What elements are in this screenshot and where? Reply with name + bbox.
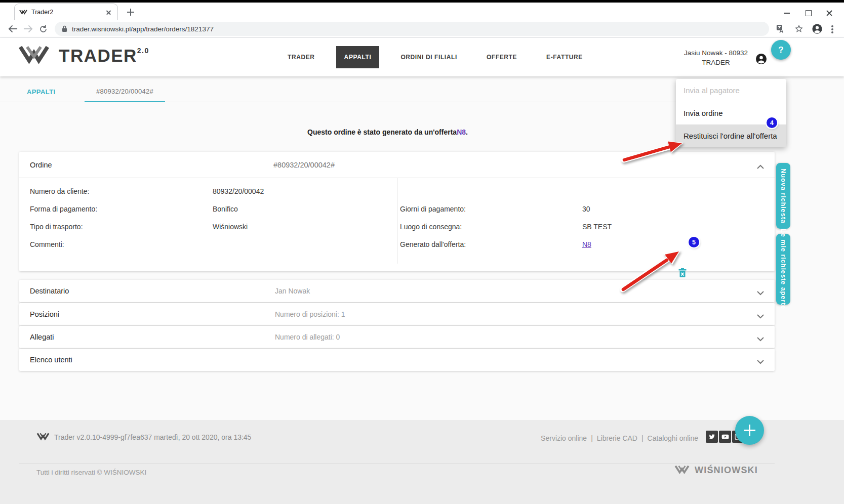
app-logo[interactable]: TRADER2.0 [18, 44, 149, 67]
notice-text: Questo ordine è stato generato da un'off… [307, 128, 457, 136]
back-icon[interactable] [5, 22, 20, 36]
footer-brand-name: WIŚNIOWSKI [695, 465, 758, 476]
main-nav: TRADER APPALTI ORDINI DI FILIALI OFFERTE… [279, 38, 591, 76]
footer-link-servizio-online[interactable]: Servizio online [541, 434, 587, 442]
chevron-up-icon[interactable] [756, 162, 765, 172]
order-card-subtitle: #80932/20/00042# [273, 161, 335, 169]
tab-current-order[interactable]: #80932/20/00042# [85, 81, 165, 102]
reload-icon[interactable] [35, 22, 51, 36]
account-icon[interactable] [755, 53, 767, 67]
user-name: Jasiu Nowak - 80932 [684, 49, 748, 57]
browser-url-bar: trader.wisniowski.pl/app/trader/orders/1… [0, 20, 844, 38]
browser-menu-icon[interactable] [828, 24, 837, 33]
field-commenti: Commenti: [30, 235, 384, 253]
footer-links: Servizio online|Librerie CAD|Cataloghi o… [541, 434, 698, 442]
window-controls [776, 5, 840, 20]
bookmark-star-icon[interactable] [791, 22, 807, 36]
field-tipo-di-trasporto: Tipo di trasporto: Wiśniowski [30, 218, 384, 235]
browser-tab-bar: Trader2 [0, 3, 844, 20]
add-fab-button[interactable] [735, 416, 764, 445]
minimize-icon[interactable] [776, 5, 797, 20]
browser-profile-icon[interactable] [810, 22, 825, 36]
urlbar-actions [773, 22, 839, 36]
new-request-side-button[interactable]: Nuova richiesta [776, 163, 790, 229]
order-card-title: Ordine [30, 161, 52, 169]
maximize-icon[interactable] [797, 5, 819, 20]
field-generato-dall-offerta: Generato dall'offerta: N8 [400, 235, 765, 253]
tab-close-icon[interactable] [104, 8, 113, 17]
delete-offer-link-button[interactable] [677, 268, 688, 278]
browser-tab[interactable]: Trader2 [14, 4, 118, 20]
new-tab-button[interactable] [126, 7, 136, 17]
field-label: Numero da cliente: [30, 187, 213, 195]
my-open-requests-side-button[interactable]: Le mie richieste aperte [776, 234, 790, 305]
section-allegati[interactable]: Allegati Numero di allegati: 0 [19, 326, 775, 348]
section-destinatario[interactable]: Destinatario Jan Nowak [19, 280, 775, 302]
favicon-wisniowski-icon [19, 9, 27, 16]
lock-icon [62, 25, 67, 32]
field-value: 30 [582, 205, 765, 213]
menu-item-invia-al-pagatore[interactable]: Invia al pagatore [676, 79, 786, 102]
breadcrumb-strip: APPALTI #80932/20/00042# [0, 81, 775, 102]
field-forma-di-pagamento: Forma di pagamento: Bonifico [30, 200, 384, 218]
nav-item-offerte[interactable]: OFFERTE [478, 46, 525, 68]
field-label: Forma di pagamento: [30, 205, 213, 213]
app-header: TRADER2.0 TRADER APPALTI ORDINI DI FILIA… [0, 38, 844, 76]
order-card-header[interactable]: Ordine #80932/20/00042# [19, 152, 775, 178]
field-value: N8 [582, 240, 765, 248]
footer-link-cataloghi-online[interactable]: Cataloghi online [648, 434, 698, 442]
footer-version-text: Trader v2.0.10-4999-gf7fea637 martedì, 2… [54, 433, 251, 441]
section-title: Posizioni [30, 310, 59, 318]
section-elenco-utenti[interactable]: Elenco utenti [19, 349, 775, 371]
user-info: Jasiu Nowak - 80932 TRADER [684, 49, 748, 66]
field-label: Commenti: [30, 240, 213, 248]
step-badge-5: 5 [689, 237, 699, 247]
nav-item-trader[interactable]: TRADER [279, 46, 323, 68]
close-icon[interactable] [819, 5, 840, 20]
field-label: Generato dall'offerta: [400, 240, 582, 248]
trader-order-page: { "browser": { "tab_title": "Trader2", "… [0, 0, 844, 504]
field-value: 80932/20/00042 [213, 187, 384, 195]
field-luogo-di-consegna: Luogo di consegna: SB TEST [400, 218, 765, 235]
field-value: Bonifico [213, 205, 384, 213]
footer-version: Trader v2.0.10-4999-gf7fea637 martedì, 2… [36, 432, 251, 442]
section-subtitle: Jan Nowak [275, 287, 310, 295]
field-label: Giorni di pagamento: [400, 205, 582, 213]
footer-link-librerie-cad[interactable]: Librerie CAD [597, 434, 637, 442]
translate-icon[interactable] [773, 22, 788, 36]
menu-item-restituisci-ordine[interactable]: Restituisci l'ordine all'offerta [676, 124, 786, 147]
field-value: Wiśniowski [213, 223, 384, 231]
chevron-down-icon[interactable] [756, 357, 765, 366]
footer-brand: WIŚNIOWSKI [674, 465, 758, 476]
field-value: SB TEST [582, 223, 765, 231]
youtube-icon[interactable] [719, 431, 731, 443]
forward-icon[interactable] [20, 22, 35, 36]
app-version-sup: 2.0 [137, 47, 149, 55]
chevron-down-icon[interactable] [756, 288, 765, 298]
address-bar[interactable]: trader.wisniowski.pl/app/trader/orders/1… [55, 22, 769, 36]
section-subtitle: Numero di allegati: 0 [275, 333, 340, 341]
nav-item-ordini-di-filiali[interactable]: ORDINI DI FILIALI [392, 46, 465, 68]
chevron-down-icon[interactable] [756, 334, 765, 344]
chevron-down-icon[interactable] [756, 312, 765, 321]
section-title: Allegati [30, 333, 54, 341]
nav-item-e-fatture[interactable]: E-FATTURE [538, 46, 591, 68]
notice-offer-link[interactable]: N8 [457, 128, 466, 136]
twitter-icon[interactable] [706, 431, 718, 443]
nav-item-appalti[interactable]: APPALTI [336, 46, 380, 68]
field-label: Tipo di trasporto: [30, 223, 213, 231]
tab-appalti[interactable]: APPALTI [27, 81, 55, 102]
field-giorni-di-pagamento: Giorni di pagamento: 30 [400, 200, 765, 218]
wisniowski-footer-icon [36, 432, 50, 442]
field-label: Luogo di consegna: [400, 223, 582, 231]
help-button[interactable]: ? [771, 40, 791, 60]
trash-x-icon [677, 268, 688, 278]
order-fields-right: Giorni di pagamento: 30 Luogo di consegn… [400, 182, 765, 253]
section-posizioni[interactable]: Posizioni Numero di posizioni: 1 [19, 303, 775, 325]
separator: | [641, 434, 644, 442]
wisniowski-brand-icon [674, 465, 690, 476]
separator: | [591, 434, 593, 442]
order-card: Ordine #80932/20/00042# Numero da client… [19, 152, 775, 271]
notice-suffix: . [466, 128, 468, 136]
offer-link[interactable]: N8 [582, 240, 591, 248]
